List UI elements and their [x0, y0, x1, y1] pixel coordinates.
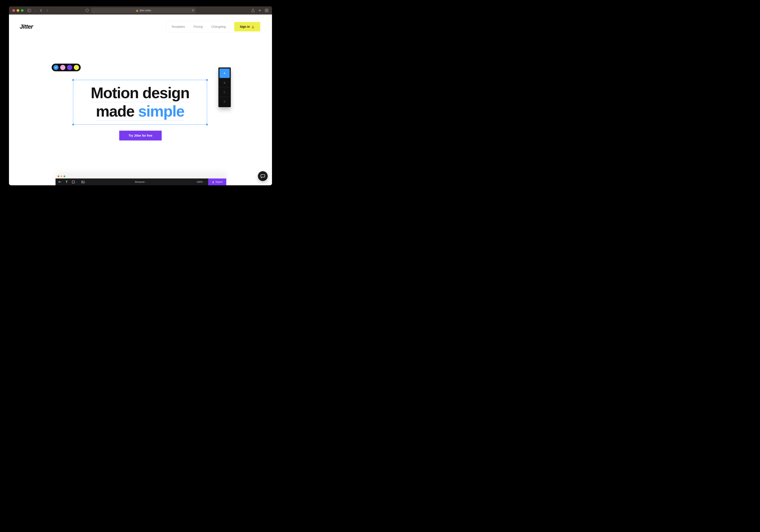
forward-button[interactable]: [45, 9, 49, 12]
svg-rect-2: [265, 9, 266, 10]
svg-rect-4: [265, 11, 266, 12]
chat-widget-button[interactable]: [258, 171, 268, 181]
image-tool-icon[interactable]: ⌄: [81, 181, 87, 183]
resize-handle-bl[interactable]: [72, 124, 74, 125]
minimize-window-button[interactable]: [17, 9, 19, 12]
new-tab-icon[interactable]: [258, 9, 262, 12]
browser-titlebar: ⌄ 🔒 jitter.video ⟳: [9, 6, 272, 15]
lock-icon: 🔒: [136, 9, 138, 12]
fullscreen-icon[interactable]: [64, 175, 65, 177]
project-title[interactable]: Showreel ⌄: [135, 181, 147, 183]
palette-color-2[interactable]: [60, 65, 65, 70]
url-text: jitter.video: [140, 9, 151, 12]
shield-icon[interactable]: [85, 9, 89, 12]
page-content: Jitter Templates Pricing Changelog Sign …: [9, 15, 272, 185]
back-button[interactable]: [39, 9, 43, 12]
variant-b[interactable]: B: [219, 78, 230, 87]
color-palette: [52, 64, 81, 71]
check-icon: [55, 66, 57, 69]
text-tool-icon[interactable]: T: [66, 180, 68, 184]
palette-color-1[interactable]: [53, 65, 59, 70]
headline-line-2: made simple: [96, 102, 184, 121]
headline-line-1: Motion design: [91, 84, 189, 102]
editor-preview: T ⌄ ⌄ Showreel ⌄ 100%: [56, 174, 226, 185]
signin-label: Sign in: [240, 25, 250, 28]
minimize-icon[interactable]: [61, 175, 62, 177]
svg-rect-7: [81, 181, 84, 183]
try-free-button[interactable]: Try Jitter for free: [119, 131, 162, 140]
signin-button[interactable]: Sign in 🔒: [234, 22, 260, 31]
share-icon[interactable]: [251, 9, 255, 12]
window-controls: [12, 9, 24, 12]
resize-handle-tl[interactable]: [72, 79, 74, 81]
hero-selection-box[interactable]: Motion design made simple: [73, 80, 207, 125]
editor-window-titlebar: [56, 174, 226, 178]
resize-handle-tr[interactable]: [206, 79, 208, 81]
svg-rect-0: [28, 9, 31, 12]
nav-pricing[interactable]: Pricing: [189, 22, 207, 31]
chevron-down-icon[interactable]: ⌄: [33, 9, 37, 12]
close-icon[interactable]: [58, 175, 59, 177]
palette-color-3[interactable]: [67, 65, 72, 70]
sidebar-toggle-icon[interactable]: [27, 9, 31, 12]
svg-rect-6: [72, 181, 74, 183]
chevron-down-icon: ⌄: [145, 181, 147, 183]
chat-icon: [261, 174, 265, 178]
nav-changelog[interactable]: Changelog: [207, 22, 230, 31]
reload-button[interactable]: ⟳: [192, 9, 194, 12]
export-button[interactable]: Export: [208, 178, 226, 185]
site-logo[interactable]: Jitter: [20, 23, 33, 30]
close-window-button[interactable]: [12, 9, 15, 12]
variant-c[interactable]: C: [219, 87, 230, 97]
address-bar[interactable]: 🔒 jitter.video ⟳: [91, 8, 196, 13]
variant-panel: A B C D: [218, 68, 231, 107]
chevron-down-icon: ⌄: [204, 181, 205, 183]
download-icon: [212, 181, 214, 183]
variant-d[interactable]: D: [219, 97, 230, 106]
variant-a[interactable]: A: [219, 69, 230, 78]
svg-rect-3: [267, 9, 268, 10]
zoom-control[interactable]: 100% ⌄: [194, 181, 208, 183]
lock-icon: 🔒: [251, 25, 255, 28]
back-arrow-icon[interactable]: [59, 181, 62, 183]
main-nav: Templates Pricing Changelog Sign in 🔒: [166, 21, 261, 32]
hero-headline: Motion design made simple: [73, 80, 207, 121]
browser-window: ⌄ 🔒 jitter.video ⟳: [9, 6, 272, 185]
nav-templates[interactable]: Templates: [167, 22, 189, 31]
fullscreen-window-button[interactable]: [21, 9, 24, 12]
site-header: Jitter Templates Pricing Changelog Sign …: [9, 21, 272, 32]
resize-handle-br[interactable]: [206, 124, 208, 125]
svg-rect-5: [267, 11, 268, 12]
editor-toolbar: T ⌄ ⌄ Showreel ⌄ 100%: [56, 178, 226, 185]
shape-tool-icon[interactable]: ⌄: [72, 181, 77, 183]
tabs-overview-icon[interactable]: [265, 9, 268, 12]
palette-color-4[interactable]: [74, 65, 79, 70]
